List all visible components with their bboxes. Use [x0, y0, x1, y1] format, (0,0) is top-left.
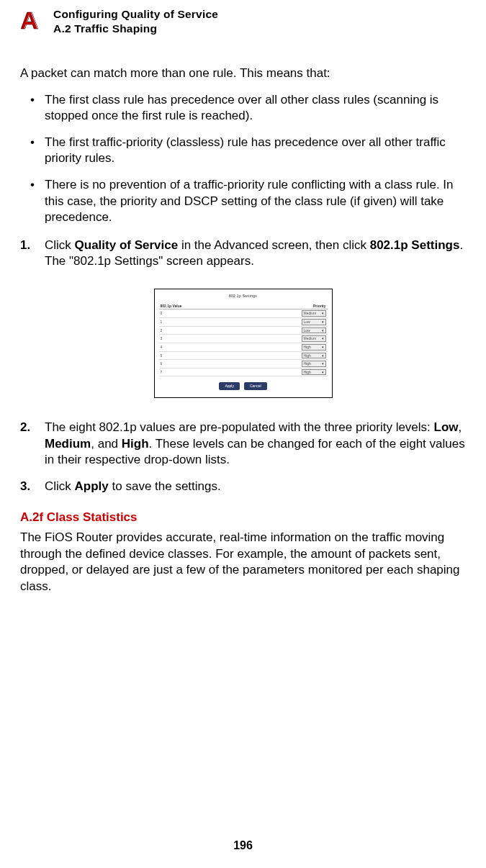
table-row: 3Medium [159, 335, 328, 343]
priority-select[interactable]: Medium [302, 310, 326, 317]
cancel-button[interactable]: Cancel [244, 382, 267, 390]
bullet-item: There is no prevention of a traffic-prio… [20, 177, 466, 226]
step-list: 2. The eight 802.1p values are pre-popul… [20, 420, 466, 494]
step-list: 1. Click Quality of Service in the Advan… [20, 238, 466, 270]
screenshot-title: 802.1p Settings [159, 294, 328, 299]
bullet-item: The first class rule has precedence over… [20, 92, 466, 125]
priority-select[interactable]: High [302, 361, 326, 367]
intro-text: A packet can match more than one rule. T… [20, 65, 466, 82]
step-number: 1. [20, 238, 40, 254]
table-row: 4High [159, 343, 328, 351]
step-text: Click Quality of Service in the Advanced… [45, 238, 463, 268]
page-number: 196 [0, 839, 486, 852]
priority-select[interactable]: High [302, 369, 326, 376]
apply-button[interactable]: Apply [219, 382, 240, 390]
settings-screenshot: 802.1p Settings 802.1p Value Priority 0M… [154, 289, 333, 398]
chapter-title: Configuring Quality of Service [53, 7, 218, 22]
bullet-item: The first traffic-priority (classless) r… [20, 135, 466, 167]
col-header: 802.1p Value [159, 303, 239, 309]
page-header: A A Configuring Quality of Service A.2 T… [20, 6, 466, 35]
priority-select[interactable]: Low [302, 327, 326, 334]
step-number: 3. [20, 479, 40, 495]
table-row: 5High [159, 351, 328, 360]
step-item: 2. The eight 802.1p values are pre-popul… [20, 420, 466, 469]
priority-select[interactable]: High [302, 344, 326, 351]
section-title: A.2 Traffic Shaping [53, 22, 218, 35]
svg-text:A: A [21, 7, 39, 33]
priority-select[interactable]: High [302, 353, 326, 359]
table-row: 0Medium [159, 309, 328, 318]
screenshot-table: 802.1p Value Priority 0Medium 1Low 2Low … [159, 303, 328, 377]
page-body: A packet can match more than one rule. T… [20, 65, 466, 595]
step-number: 2. [20, 420, 40, 436]
appendix-letter-icon: A A [20, 7, 46, 33]
table-row: 7High [159, 368, 328, 376]
table-row: 2Low [159, 326, 328, 335]
table-row: 1Low [159, 317, 328, 326]
col-header: Priority [238, 303, 327, 309]
priority-select[interactable]: Medium [302, 335, 326, 342]
step-item: 1. Click Quality of Service in the Advan… [20, 238, 466, 270]
step-text: Click Apply to save the settings. [45, 479, 221, 493]
table-row: 6High [159, 360, 328, 369]
step-text: The eight 802.1p values are pre-populate… [45, 420, 465, 466]
subsection-body: The FiOS Router provides accurate, real-… [20, 530, 466, 595]
bullet-list: The first class rule has precedence over… [20, 92, 466, 226]
priority-select[interactable]: Low [302, 319, 326, 325]
subsection-heading: A.2f Class Statistics [20, 510, 466, 526]
step-item: 3. Click Apply to save the settings. [20, 479, 466, 495]
